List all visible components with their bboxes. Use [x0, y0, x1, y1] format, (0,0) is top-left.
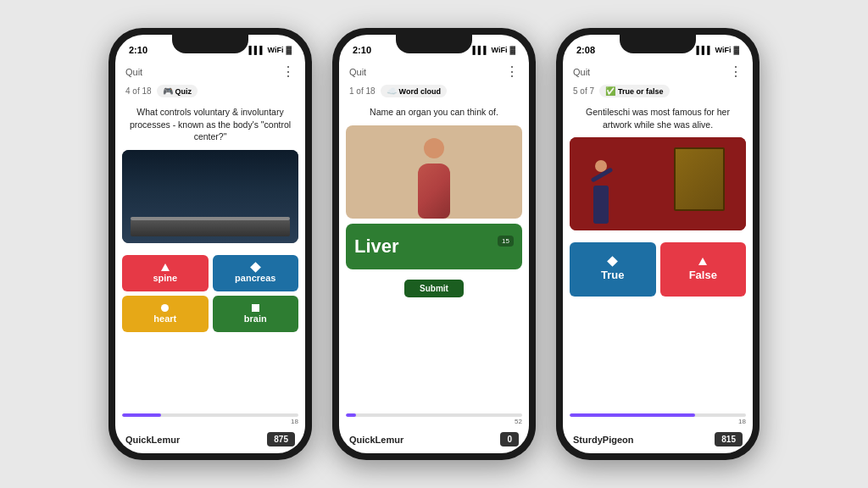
progress-label-2: 52	[346, 418, 522, 425]
progress-num-2: 1 of 18	[349, 86, 376, 96]
wordcloud-badge: ☁️ Word cloud	[381, 85, 447, 97]
progress-bar-bg-1	[122, 413, 298, 417]
status-time-3: 2:08	[576, 45, 595, 55]
badge-label-2: Word cloud	[399, 87, 441, 96]
phone-1: 2:10 ▌▌▌ WiFi ▓ Quit ⋮ 4 of 18 🎮 Quiz Wh…	[108, 28, 312, 460]
anatomy-body	[418, 164, 450, 219]
more-button-1[interactable]: ⋮	[281, 64, 295, 80]
lab-table	[131, 219, 289, 236]
question-image-2	[346, 125, 522, 219]
diamond-icon-tf	[607, 257, 618, 268]
question-image-1	[122, 150, 298, 243]
progress-label-3: 18	[570, 418, 746, 425]
progress-num-3: 5 of 7	[573, 86, 594, 96]
quit-button-1[interactable]: Quit	[125, 67, 142, 77]
tf-grid: True False	[563, 236, 753, 303]
anatomy-figure	[411, 138, 458, 219]
progress-bar-row-1: 18	[115, 410, 305, 429]
triangle-icon-tf	[698, 258, 707, 265]
username-1: QuickLemur	[125, 435, 180, 445]
quit-button-3[interactable]: Quit	[573, 67, 590, 77]
bottom-bar-2: QuickLemur 0	[339, 429, 529, 453]
square-icon	[252, 304, 259, 312]
score-3: 815	[715, 432, 743, 446]
phone-3: 2:08 ▌▌▌ WiFi ▓ Quit ⋮ 5 of 7 ✅ True or …	[556, 28, 760, 460]
anatomy-head	[424, 138, 444, 158]
status-time-1: 2:10	[129, 45, 147, 55]
notch-2	[396, 35, 472, 53]
wifi-icon-1: WiFi	[268, 46, 284, 54]
status-icons-1: ▌▌▌ WiFi ▓	[248, 46, 292, 54]
bottom-bar-1: QuickLemur 875	[115, 429, 305, 453]
painting-scene	[570, 137, 746, 230]
circle-icon	[161, 304, 169, 312]
answer-heart[interactable]: heart	[122, 296, 209, 332]
answer-brain[interactable]: brain	[213, 296, 299, 332]
truefalse-badge: ✅ True or false	[599, 85, 670, 97]
answer-pancreas[interactable]: pancreas	[213, 255, 299, 291]
progress-bar-fill-1	[122, 413, 161, 417]
progress-row-3: 5 of 7 ✅ True or false	[563, 85, 753, 103]
app-bar-2: Quit ⋮	[339, 60, 529, 85]
status-time-2: 2:10	[353, 45, 371, 55]
signal-icon-1: ▌▌▌	[248, 46, 264, 54]
word-count-badge: 15	[498, 236, 514, 247]
bottom-bar-3: SturdyPigeon 815	[563, 429, 753, 453]
wifi-icon-3: WiFi	[715, 46, 732, 54]
submit-button[interactable]: Submit	[404, 280, 464, 297]
progress-bar-bg-2	[346, 413, 522, 417]
signal-icon-3: ▌▌▌	[696, 46, 712, 54]
progress-bar-row-3: 18	[563, 410, 753, 429]
progress-row-1: 4 of 18 🎮 Quiz	[115, 85, 305, 103]
status-icons-3: ▌▌▌ WiFi ▓	[696, 46, 739, 54]
score-2: 0	[500, 432, 519, 446]
painting-canvas	[674, 147, 725, 211]
notch-3	[620, 35, 696, 53]
username-3: SturdyPigeon	[573, 435, 634, 445]
score-1: 875	[267, 432, 295, 446]
answer-label-spine: spine	[153, 273, 177, 283]
app-bar-3: Quit ⋮	[563, 60, 753, 85]
progress-bar-fill-2	[346, 413, 356, 417]
answer-spine[interactable]: spine	[122, 255, 209, 291]
username-2: QuickLemur	[349, 435, 403, 445]
diamond-icon	[250, 262, 261, 273]
badge-emoji-2: ☁️	[387, 86, 397, 96]
more-button-2[interactable]: ⋮	[505, 64, 519, 80]
battery-icon-2: ▓	[509, 46, 515, 54]
wifi-icon-2: WiFi	[492, 46, 508, 54]
quit-button-2[interactable]: Quit	[349, 67, 366, 77]
badge-emoji-3: ✅	[605, 86, 615, 96]
progress-label-1: 18	[122, 418, 298, 425]
question-text-2: Name an organ you can think of.	[339, 103, 529, 125]
answer-label-pancreas: pancreas	[235, 273, 275, 283]
progress-row-2: 1 of 18 ☁️ Word cloud	[339, 85, 529, 103]
status-icons-2: ▌▌▌ WiFi ▓	[472, 46, 515, 54]
more-button-3[interactable]: ⋮	[729, 64, 743, 80]
painting-figure	[588, 156, 614, 224]
phone-2: 2:10 ▌▌▌ WiFi ▓ Quit ⋮ 1 of 18 ☁️ Word c…	[332, 28, 536, 460]
word-input-value: Liver	[354, 236, 399, 258]
battery-icon-1: ▓	[286, 46, 292, 54]
badge-label-3: True or false	[618, 87, 664, 96]
quiz-badge-1: 🎮 Quiz	[157, 85, 198, 97]
progress-bar-fill-3	[570, 413, 695, 417]
answer-label-brain: brain	[244, 313, 267, 324]
badge-label-1: Quiz	[175, 87, 192, 96]
scene: 2:10 ▌▌▌ WiFi ▓ Quit ⋮ 4 of 18 🎮 Quiz Wh…	[0, 0, 868, 488]
question-image-3	[570, 137, 746, 230]
painting-figure-body	[593, 186, 609, 224]
progress-num-1: 4 of 18	[125, 86, 152, 96]
progress-bar-row-2: 52	[339, 410, 529, 429]
progress-bar-bg-3	[570, 413, 746, 417]
false-label: False	[689, 269, 717, 281]
battery-icon-3: ▓	[733, 46, 739, 54]
triangle-icon	[161, 263, 170, 271]
signal-icon-2: ▌▌▌	[472, 46, 488, 54]
true-button[interactable]: True	[570, 242, 656, 297]
word-input-area[interactable]: Liver 15	[346, 224, 522, 269]
answer-label-heart: heart	[153, 313, 176, 324]
notch-1	[172, 35, 248, 53]
false-button[interactable]: False	[660, 242, 747, 297]
app-bar-1: Quit ⋮	[115, 60, 305, 85]
